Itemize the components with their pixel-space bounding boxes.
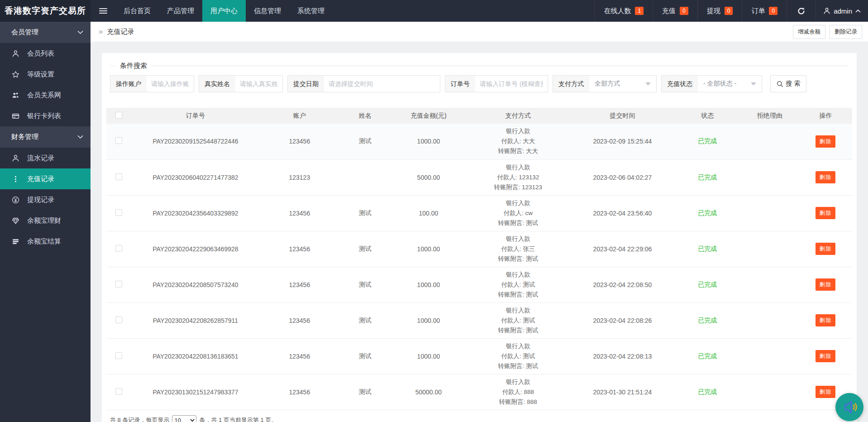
recharge-badge: 0 [680, 7, 688, 15]
sidebar-item-member-network[interactable]: 会员关系网 [0, 85, 91, 106]
delete-button[interactable]: 删除 [816, 314, 835, 326]
user-menu[interactable]: admin [816, 0, 868, 22]
sidebar-item-yuebao-settle[interactable]: 余额宝结算 [0, 231, 91, 252]
breadcrumb-bar: » 充值记录 增减余额 删除记录 [91, 22, 868, 42]
online-users-stat[interactable]: 在线人数 1 [594, 0, 653, 22]
sidebar-item-bank-cards[interactable]: 银行卡列表 [0, 106, 91, 126]
row-checkbox[interactable] [115, 137, 122, 144]
amount-cell: 1000.00 [391, 124, 466, 159]
table-row: PAY202302060402271477382 123123 5000.00 … [106, 159, 852, 195]
delete-button[interactable]: 删除 [816, 171, 835, 183]
delete-button[interactable]: 删除 [816, 135, 835, 148]
orders-badge: 0 [769, 7, 777, 15]
payer-line: 付款人: 测试 [466, 351, 570, 361]
recharge-status-select[interactable]: - 全部状态 - [698, 76, 762, 92]
menu-item-information[interactable]: 信息管理 [246, 0, 289, 22]
main-menu: 后台首页 产品管理 用户中心 信息管理 系统管理 [115, 0, 333, 22]
sidebar-item-label: 会员列表 [27, 49, 54, 58]
sound-notification-button[interactable] [835, 393, 863, 421]
orders-stat[interactable]: 订单 0 [742, 0, 787, 22]
pagination: 共 8 条记录，每页显示 10 条，共 1 页当前显示第 1 页。 [110, 415, 849, 422]
delete-button[interactable]: 删除 [816, 243, 835, 255]
submit-time-cell: 2023-02-09 15:25:44 [570, 124, 675, 159]
breadcrumb-arrow-icon: » [99, 27, 103, 36]
sidebar-item-member-list[interactable]: 会员列表 [0, 43, 91, 64]
delete-button[interactable]: 删除 [816, 386, 835, 398]
real-name-input[interactable] [235, 76, 282, 92]
sidebar-section-members[interactable]: 会员管理 [0, 22, 91, 43]
status-badge: 已完成 [675, 338, 740, 374]
pay-method-cell: 银行入款 付款人: 测试 转账附言: 测试 [466, 267, 570, 302]
row-checkbox[interactable] [115, 281, 122, 288]
page-size-select[interactable]: 10 [172, 415, 196, 422]
sidebar-item-flow-records[interactable]: 流水记录 [0, 148, 91, 168]
table-row: PAY202302042356403329892 123456 测试 100.0… [106, 195, 852, 231]
filter-row: 操作账户 真实姓名 提交日期 订单号 支付方式 全部方式 [110, 75, 849, 92]
name-cell: 测试 [339, 374, 391, 410]
account-cell: 123456 [260, 302, 339, 338]
row-checkbox[interactable] [115, 209, 122, 216]
refresh-button[interactable] [787, 0, 816, 22]
col-pay-method: 支付方式 [466, 108, 570, 124]
order-no-cell: PAY202302042208507573240 [131, 267, 260, 302]
operator-account-input[interactable] [147, 76, 194, 92]
order-no-cell: PAY202302091525448722446 [131, 124, 260, 159]
user-icon [823, 7, 830, 14]
menu-item-products[interactable]: 产品管理 [159, 0, 202, 22]
account-cell: 123456 [260, 195, 339, 231]
delete-button[interactable]: 删除 [816, 350, 835, 362]
pagination-suffix: 条，共 1 页当前显示第 1 页。 [199, 416, 277, 422]
filter-label: 提交日期 [288, 76, 324, 92]
withdraw-badge: 0 [725, 7, 733, 15]
submit-time-cell: 2023-01-30 21:51:24 [570, 374, 675, 410]
reject-reason-cell [740, 374, 799, 410]
pay-method-line: 银行入款 [466, 198, 570, 208]
row-checkbox[interactable] [115, 173, 122, 180]
delete-button[interactable]: 删除 [816, 278, 835, 291]
menu-item-system[interactable]: 系统管理 [289, 0, 333, 22]
row-checkbox[interactable] [115, 388, 122, 395]
row-checkbox[interactable] [115, 316, 122, 323]
chevron-down-icon [751, 82, 756, 86]
yen-circle-icon [12, 196, 19, 204]
col-name: 姓名 [339, 108, 391, 124]
filter-pay-method: 支付方式 全部方式 [553, 75, 657, 92]
menu-item-home[interactable]: 后台首页 [115, 0, 159, 22]
sidebar-item-recharge-records[interactable]: 充值记录 [0, 168, 91, 189]
menu-item-user-center[interactable]: 用户中心 [202, 0, 246, 22]
payer-line: 付款人: 123132 [466, 173, 570, 182]
search-legend: 条件搜索 [115, 62, 152, 70]
adjust-balance-button[interactable]: 增减余额 [793, 25, 825, 39]
order-no-input[interactable] [475, 76, 548, 92]
sidebar-item-level-settings[interactable]: 等级设置 [0, 64, 91, 85]
name-cell: 测试 [339, 338, 391, 374]
sidebar-item-label: 充值记录 [27, 175, 54, 183]
recharge-stat[interactable]: 充值 0 [653, 0, 697, 22]
status-badge: 已完成 [675, 124, 740, 159]
col-account: 账户 [260, 108, 339, 124]
withdraw-stat[interactable]: 提现 0 [697, 0, 742, 22]
pay-method-cell: 银行入款 付款人: 大大 转账附言: 大大 [466, 124, 570, 159]
select-all-checkbox[interactable] [115, 112, 122, 119]
sidebar-toggle-button[interactable] [91, 0, 115, 22]
sidebar-item-withdraw-records[interactable]: 提现记录 [0, 189, 91, 210]
sidebar-section-finance[interactable]: 财务管理 [0, 126, 91, 148]
pay-method-line: 银行入款 [466, 126, 570, 136]
pay-method-line: 银行入款 [466, 270, 570, 280]
row-checkbox[interactable] [115, 245, 122, 252]
filter-submit-date: 提交日期 [287, 75, 440, 92]
pagination-prefix: 共 8 条记录，每页显示 [110, 416, 169, 422]
delete-button[interactable]: 删除 [816, 207, 835, 219]
account-cell: 123456 [260, 231, 339, 267]
sidebar-item-yuebao-invest[interactable]: 余额宝理财 [0, 210, 91, 231]
online-users-badge: 1 [635, 7, 644, 15]
search-fieldset: 条件搜索 [110, 66, 849, 66]
delete-records-button[interactable]: 删除记录 [830, 25, 862, 39]
recharge-status-value: - 全部状态 - [703, 80, 736, 88]
row-checkbox[interactable] [115, 352, 122, 359]
remark-line: 转账附言: 测试 [466, 218, 570, 228]
search-button[interactable]: 搜 索 [770, 75, 806, 92]
pay-method-line: 银行入款 [466, 306, 570, 316]
pay-method-select[interactable]: 全部方式 [589, 76, 656, 92]
submit-date-input[interactable] [324, 76, 440, 92]
